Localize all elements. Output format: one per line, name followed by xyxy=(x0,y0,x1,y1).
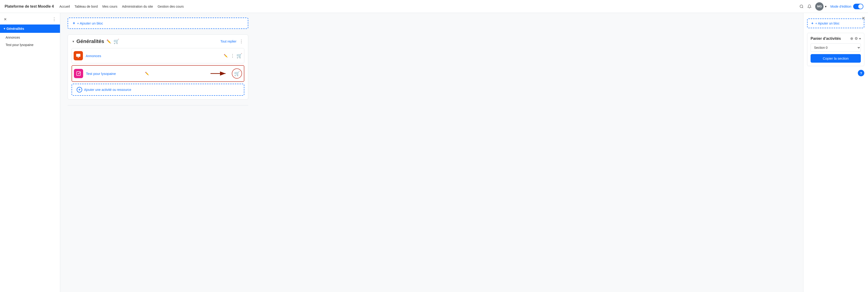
panier-header: Panier d'activités ⊕ ⚙ ▾ xyxy=(811,36,861,41)
basket-with-circle: 🛒 xyxy=(232,68,242,79)
nav-links: Accueil Tableau de bord Mes cours Admini… xyxy=(60,5,184,8)
activity-edit-pencil-icon-2[interactable]: ✏️ xyxy=(145,72,149,75)
add-activity-plus-icon: + xyxy=(76,87,82,93)
sidebar-right: ✕ + + Ajouter un bloc Panier d'activités… xyxy=(803,13,868,292)
user-menu-button[interactable]: MG ▾ xyxy=(815,2,827,11)
tout-replier-button[interactable]: Tout replier xyxy=(220,40,237,43)
activity-icon-forum xyxy=(74,51,83,60)
edition-switch[interactable] xyxy=(853,4,863,9)
sidebar-top-actions: ✕ ⋮ xyxy=(0,16,60,24)
section-title-row: ▾ Généralités ✏️ 🛒 xyxy=(72,38,119,44)
section-edit-pencil-icon[interactable]: ✏️ xyxy=(106,39,111,44)
activity-link-test-lysopaine[interactable]: Test pour lysopaine xyxy=(86,72,142,76)
top-navigation: Plateforme de test Moodle 4 Accueil Tabl… xyxy=(0,0,868,13)
section-body: Annonces ✏️ ⋮ 🛒 Test pour lysopaine ✏️ xyxy=(68,48,248,100)
nav-gestion-cours[interactable]: Gestion des cours xyxy=(157,5,184,8)
nav-administration[interactable]: Administration du site xyxy=(122,5,153,8)
arrow-svg xyxy=(211,70,229,77)
panier-section: Panier d'activités ⊕ ⚙ ▾ Section 0 Secti… xyxy=(807,33,864,66)
activity-basket-button-2[interactable]: 🛒 xyxy=(234,71,240,76)
add-block-top-label: + Ajouter un bloc xyxy=(77,21,103,25)
panier-section-select[interactable]: Section 0 Section 1 Section 2 xyxy=(811,43,861,52)
add-activity-label: Ajouter une activité ou ressource xyxy=(84,88,131,92)
panier-controls: ⊕ ⚙ ▾ xyxy=(850,36,861,41)
chevron-down-icon: ▾ xyxy=(825,5,827,8)
nav-tableau-de-bord[interactable]: Tableau de bord xyxy=(74,5,98,8)
activity-edit-pencil-icon[interactable]: ✏️ xyxy=(224,54,228,58)
sidebar-item-test-lysopaine[interactable]: Test pour lysopaine xyxy=(0,41,60,48)
section-chevron-icon[interactable]: ▾ xyxy=(72,40,74,43)
basket-circle: 🛒 xyxy=(232,68,242,79)
right-add-block-label: + Ajouter un bloc xyxy=(815,22,839,25)
svg-line-1 xyxy=(802,7,803,8)
section-menu-button[interactable]: ⋮ xyxy=(239,39,243,44)
sidebar-item-annonces[interactable]: Annonces xyxy=(0,34,60,41)
activity-item-actions: ⋮ 🛒 xyxy=(230,53,242,59)
activity-icon-quiz xyxy=(74,69,83,78)
plus-icon-right: + xyxy=(811,21,813,26)
nav-mes-cours[interactable]: Mes cours xyxy=(102,5,117,8)
section-generalites-card: ▾ Généralités ✏️ 🛒 Tout replier ⋮ Annonc… xyxy=(68,34,248,100)
svg-rect-3 xyxy=(76,72,81,76)
sidebar-menu-button[interactable]: ⋮ xyxy=(52,16,56,22)
add-activity-button[interactable]: + Ajouter une activité ou ressource xyxy=(71,84,244,96)
add-block-top-button[interactable]: + + Ajouter un bloc xyxy=(68,17,248,29)
sidebar-item-generalites-active[interactable]: ▾ Généralités xyxy=(0,25,60,33)
svg-point-0 xyxy=(800,5,803,8)
section-header: ▾ Généralités ✏️ 🛒 Tout replier ⋮ xyxy=(68,35,248,48)
svg-rect-2 xyxy=(76,54,80,57)
arrow-indicator xyxy=(211,70,229,77)
plus-icon: + xyxy=(73,21,75,26)
activity-basket-button[interactable]: 🛒 xyxy=(237,53,242,59)
activity-item-test-lysopaine: Test pour lysopaine ✏️ xyxy=(71,65,244,82)
search-button[interactable] xyxy=(800,4,804,8)
avatar: MG xyxy=(815,2,824,11)
sidebar-close-button[interactable]: ✕ xyxy=(4,17,7,22)
help-button[interactable]: ? xyxy=(858,70,864,76)
chevron-down-icon: ▾ xyxy=(4,27,5,30)
sidebar-left: ✕ ⋮ ▾ Généralités Annonces Test pour lys… xyxy=(0,13,60,292)
sidebar-active-label: Généralités xyxy=(6,27,24,31)
topnav-right: MG ▾ Mode d'édition xyxy=(800,2,863,11)
section-basket-icon[interactable]: 🛒 xyxy=(114,39,119,44)
panier-title: Panier d'activités xyxy=(811,37,841,41)
right-panel-close-button[interactable]: ✕ xyxy=(862,16,865,21)
main-content: + + Ajouter un bloc ▾ Généralités ✏️ 🛒 T… xyxy=(60,13,803,292)
notifications-button[interactable] xyxy=(807,4,811,8)
activity-link-annonces[interactable]: Annonces xyxy=(86,54,221,58)
activity-dots-button[interactable]: ⋮ xyxy=(230,53,235,58)
panier-gear-icon[interactable]: ⚙ xyxy=(855,36,858,41)
main-layout: ✕ ⋮ ▾ Généralités Annonces Test pour lys… xyxy=(0,13,868,292)
panier-chevron-icon[interactable]: ▾ xyxy=(859,37,861,40)
panier-move-icon[interactable]: ⊕ xyxy=(850,36,853,41)
site-brand: Plateforme de test Moodle 4 xyxy=(5,4,54,8)
edition-label: Mode d'édition xyxy=(830,5,851,8)
nav-accueil[interactable]: Accueil xyxy=(60,5,70,8)
activity-item-annonces: Annonces ✏️ ⋮ 🛒 xyxy=(71,48,244,63)
right-add-block-button[interactable]: + + Ajouter un bloc xyxy=(807,19,864,28)
copier-section-button[interactable]: Copier la section xyxy=(811,54,861,63)
edition-toggle: Mode d'édition xyxy=(830,4,863,9)
section-title: Généralités xyxy=(76,38,104,44)
section-actions-right: Tout replier ⋮ xyxy=(220,39,243,44)
